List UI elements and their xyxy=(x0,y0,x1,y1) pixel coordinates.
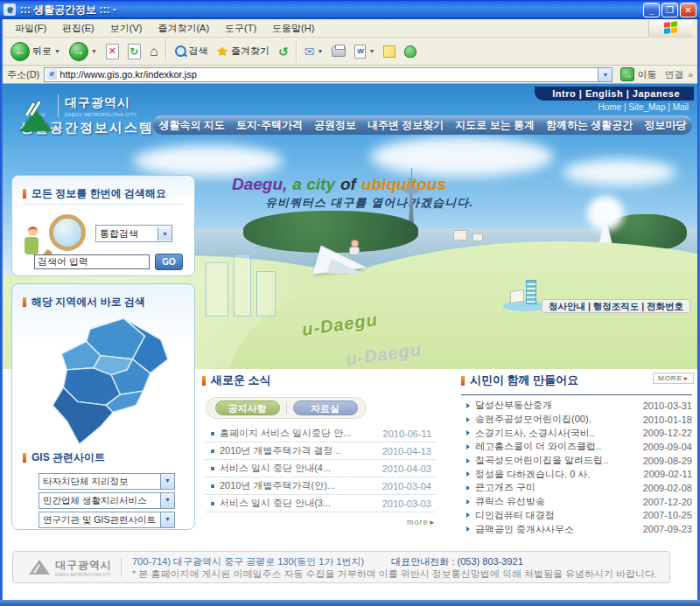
forward-dropdown-icon[interactable]: ▼ xyxy=(91,48,97,54)
bullet-icon xyxy=(211,502,214,505)
news-title: 새로운 소식 xyxy=(202,373,440,388)
back-dropdown-icon[interactable]: ▼ xyxy=(54,48,60,54)
forward-button[interactable]: → ▼ xyxy=(65,39,102,64)
news-more-link[interactable]: more xyxy=(407,518,435,526)
messenger-button[interactable] xyxy=(400,39,421,64)
menu-favorites[interactable]: 즐겨찾기(A) xyxy=(150,20,216,37)
links-label[interactable]: 연결 xyxy=(664,68,683,81)
browser-window: e ::: 생활공간정보 ::: - _ ❐ ✕ 파일(F) 편집(E) 보기(… xyxy=(0,0,700,606)
title-bar-icon xyxy=(23,297,26,307)
bullet-icon xyxy=(466,512,470,518)
stop-button[interactable]: ✕ xyxy=(102,39,123,64)
nav-park-info[interactable]: 공원정보 xyxy=(314,118,356,133)
site-logo[interactable]: DAEGU 대구광역시 DAEGU METROPOLITAN CITY 생활공간… xyxy=(20,94,154,136)
utility-links[interactable]: Home | Site_Map | Mail xyxy=(598,102,689,112)
menu-view[interactable]: 보기(V) xyxy=(103,20,150,37)
tab-data-room[interactable]: 자료실 xyxy=(293,401,358,415)
home-button[interactable]: ⌂ xyxy=(145,39,163,64)
citizen-item[interactable]: 레고홈스쿨이 더 와이즈클럽.. 2009-09-04 xyxy=(466,440,692,454)
daegu-district-map[interactable] xyxy=(25,313,181,446)
bullet-icon xyxy=(466,458,470,463)
news-item[interactable]: 홈페이지 서비스 일시중단 안... 2010-06-11 xyxy=(206,425,435,442)
region-search-box: 해당 지역에서 바로 검색 xyxy=(11,283,195,530)
language-links[interactable]: Intro | English | Japanese xyxy=(535,87,694,101)
nav-map-statistics[interactable]: 지도로 보는 통계 xyxy=(455,118,535,133)
address-input[interactable] xyxy=(60,68,598,80)
gis-site-select-municipal[interactable]: 타자치단체 지리정보 ▼ xyxy=(38,473,175,490)
messenger-icon xyxy=(404,45,416,58)
minimize-button[interactable]: _ xyxy=(643,3,660,17)
city-quick-links[interactable]: 청사안내 | 행정조직도 | 전화번호 xyxy=(542,299,690,313)
back-button[interactable]: ← 뒤로 ▼ xyxy=(6,39,65,64)
tab-divider xyxy=(286,403,287,414)
menu-file[interactable]: 파일(F) xyxy=(8,20,53,37)
gis-site-select-private[interactable]: 민간업체 생활지리서비스 ▼ xyxy=(38,492,175,509)
edit-dropdown-icon[interactable]: ▼ xyxy=(368,48,374,54)
search-keyword-input[interactable] xyxy=(34,254,150,269)
search-go-button[interactable]: GO xyxy=(155,254,183,270)
nav-info-plaza[interactable]: 정보마당 xyxy=(644,118,686,133)
address-bar: 주소(D) e ▼ → 이동 연결 » xyxy=(3,66,697,84)
ie-page-icon: e xyxy=(4,3,16,16)
print-button[interactable] xyxy=(327,39,350,64)
citizen-item[interactable]: 디인컴퓨터 대경점 2007-10-25 xyxy=(466,509,692,523)
news-item[interactable]: 서비스 일시 중단 안내(3... 2010-03-03 xyxy=(206,495,435,512)
address-dropdown-icon[interactable]: ▼ xyxy=(598,68,612,81)
citizen-item[interactable]: 송현주공성모어린이집(00). 2010-01-18 xyxy=(466,413,692,427)
back-label: 뒤로 xyxy=(32,45,52,58)
history-button[interactable]: ↺ xyxy=(274,39,293,64)
toolbar: ← 뒤로 ▼ → ▼ ✕ ↻ ⌂ 검색 ★ 즐겨찾기 ↺ ✉ ▼ W ▼ xyxy=(3,38,697,66)
go-button[interactable]: → 이동 xyxy=(617,66,660,82)
mail-button[interactable]: ✉ ▼ xyxy=(300,39,328,64)
logo-city-name-en: DAEGU METROPOLITAN CITY xyxy=(65,112,137,117)
menu-edit[interactable]: 편집(E) xyxy=(55,20,102,37)
citizen-item[interactable]: 큰고개즈 구미 2009-02-08 xyxy=(466,481,692,495)
menu-help[interactable]: 도움말(H) xyxy=(265,20,321,37)
address-field[interactable]: e ▼ xyxy=(44,67,612,82)
news-item[interactable]: 2010년 개별주택가격 결정 .. 2010-04-13 xyxy=(206,442,435,460)
window-title: ::: 생활공간정보 ::: - xyxy=(20,3,643,17)
magnifier-illustration xyxy=(49,214,86,251)
window-frame-bottom xyxy=(0,600,700,606)
favorites-button[interactable]: ★ 즐겨찾기 xyxy=(213,39,274,64)
citizen-item[interactable]: 달성산부동산중개 2010-03-31 xyxy=(466,399,692,413)
search-button[interactable]: 검색 xyxy=(170,39,213,64)
links-chevron-icon[interactable]: » xyxy=(688,70,693,80)
nav-living-space[interactable]: 함께하는 생활공간 xyxy=(546,118,633,133)
mail-dropdown-icon[interactable]: ▼ xyxy=(317,48,323,54)
refresh-button[interactable]: ↻ xyxy=(123,39,145,64)
favorites-star-icon: ★ xyxy=(217,44,228,59)
bullet-icon xyxy=(466,444,470,449)
search-category-select[interactable]: 통합검색 ▼ xyxy=(95,225,172,242)
select-arrow-icon[interactable]: ▼ xyxy=(160,493,174,508)
nav-life-map[interactable]: 생활속의 지도 xyxy=(159,118,225,133)
title-bar-icon xyxy=(23,453,26,463)
citizen-item[interactable]: 소경기드사, 소경시사(국비.. 2009-12-22 xyxy=(466,426,692,440)
citizen-item[interactable]: 큐릭스 유선방송 2007-12-20 xyxy=(466,495,692,509)
discuss-button[interactable] xyxy=(379,39,400,64)
citizen-item[interactable]: 금맥공인 중개사사무소 2007-09-23 xyxy=(466,522,692,536)
news-item[interactable]: 서비스 일시 중단 안내(4... 2010-04-03 xyxy=(206,460,435,477)
citizen-more-button[interactable]: MORE xyxy=(653,373,694,384)
select-arrow-icon[interactable]: ▼ xyxy=(160,512,174,527)
search-label: 검색 xyxy=(189,45,208,58)
news-item[interactable]: 2010년 개별주택가격(안)... 2010-03-04 xyxy=(206,477,435,495)
citizen-item[interactable]: 정성을 다하겠습니다. 0 사. 2009-02-11 xyxy=(466,467,692,481)
nav-land-housing-price[interactable]: 토지·주택가격 xyxy=(236,118,303,133)
toolbar-separator xyxy=(296,41,298,62)
gis-site-select-research[interactable]: 연구기관 및 GIS관련사이트 ▼ xyxy=(38,512,175,528)
divider xyxy=(23,204,184,205)
select-arrow-icon[interactable]: ▼ xyxy=(160,474,174,489)
tab-notices[interactable]: 공지사항 xyxy=(215,401,280,415)
edit-button[interactable]: W ▼ xyxy=(350,39,379,64)
favorites-label: 즐겨찾기 xyxy=(231,45,270,58)
nav-nearby-info[interactable]: 내주변 정보찾기 xyxy=(368,118,444,133)
select-arrow-icon[interactable]: ▼ xyxy=(158,227,172,240)
lake-house xyxy=(472,233,483,241)
maximize-button[interactable]: ❐ xyxy=(662,3,678,17)
bullet-icon xyxy=(466,417,470,422)
close-button[interactable]: ✕ xyxy=(680,3,696,17)
citizen-item[interactable]: 칠곡성도어린이집을 알려드립.. 2009-08-29 xyxy=(466,454,692,468)
menu-tools[interactable]: 도구(T) xyxy=(218,20,263,37)
title-bar-icon xyxy=(23,189,26,199)
